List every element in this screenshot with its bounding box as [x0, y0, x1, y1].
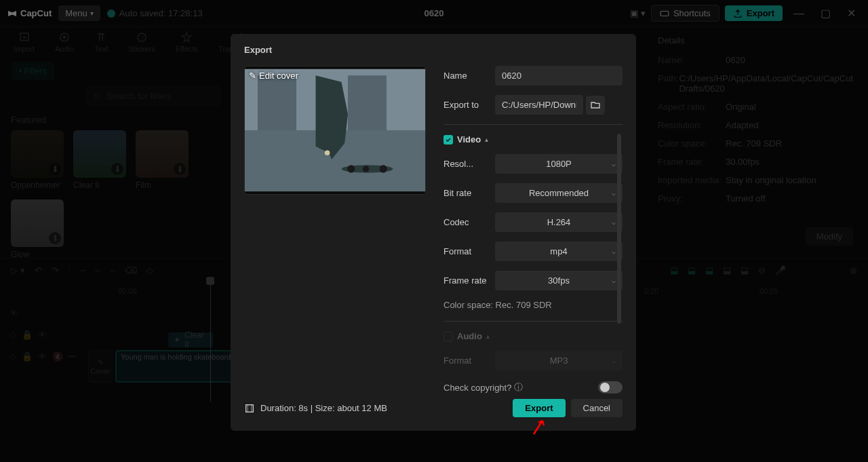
svg-rect-23	[246, 404, 254, 412]
copyright-toggle[interactable]	[598, 381, 623, 393]
bitrate-select[interactable]: Recommended⌵	[495, 183, 623, 203]
video-section-label: Video	[457, 134, 481, 145]
svg-rect-16	[258, 75, 296, 130]
info-icon[interactable]: ⓘ	[514, 381, 523, 393]
export-form: Name Export to Video ▴ Resol...1080P⌵ Bi…	[443, 66, 623, 393]
checkbox-off-icon	[443, 332, 453, 341]
format-value: mp4	[550, 246, 567, 256]
scrollbar[interactable]	[617, 134, 621, 324]
browse-folder-button[interactable]	[586, 96, 605, 115]
separator	[443, 321, 623, 322]
modal-title: Export	[244, 45, 623, 55]
copyright-label: Check copyright?	[443, 383, 511, 393]
folder-icon	[590, 100, 601, 111]
framerate-value: 30fps	[548, 275, 570, 286]
modal-footer: Duration: 8s | Size: about 12 MB Export …	[244, 399, 623, 417]
chevron-up-icon: ▴	[485, 136, 488, 143]
framerate-label: Frame rate	[443, 275, 495, 286]
name-label: Name	[443, 71, 495, 81]
export-button[interactable]: Export	[513, 399, 565, 417]
svg-point-22	[363, 166, 370, 172]
duration-text: Duration: 8s | Size: about 12 MB	[260, 403, 387, 413]
audio-format-select: MP3⌵	[495, 351, 623, 370]
chevron-down-icon: ⌵	[612, 189, 616, 197]
annotation-arrow	[530, 417, 551, 438]
svg-point-21	[380, 165, 387, 172]
resolution-select[interactable]: 1080P⌵	[495, 154, 623, 174]
exportto-input[interactable]	[495, 95, 583, 115]
chevron-down-icon: ⌵	[612, 277, 616, 284]
audio-format-value: MP3	[550, 355, 568, 366]
format-label: Format	[443, 246, 495, 256]
audio-section-label: Audio	[457, 331, 482, 341]
name-input[interactable]	[495, 66, 623, 85]
codec-select[interactable]: H.264⌵	[495, 212, 623, 232]
bitrate-value: Recommended	[529, 188, 589, 198]
resolution-value: 1080P	[546, 159, 572, 169]
chevron-down-icon: ⌵	[612, 248, 616, 255]
export-preview: ✎ Edit cover	[244, 66, 426, 195]
edit-cover-label: Edit cover	[259, 71, 298, 81]
svg-point-18	[325, 150, 330, 155]
chevron-down-icon: ⌵	[612, 160, 616, 168]
chevron-down-icon: ⌵	[612, 218, 616, 226]
codec-value: H.264	[547, 217, 571, 227]
exportto-label: Export to	[443, 100, 495, 110]
codec-label: Codec	[443, 217, 495, 227]
bitrate-label: Bit rate	[443, 188, 495, 198]
footer-buttons: Export Cancel	[513, 399, 623, 417]
audio-format-label: Format	[443, 355, 495, 366]
cancel-button[interactable]: Cancel	[571, 399, 623, 417]
resolution-label: Resol...	[443, 159, 495, 169]
colorspace-text: Color space: Rec. 709 SDR	[443, 300, 623, 310]
preview-image	[245, 66, 425, 194]
video-section-toggle[interactable]: Video ▴	[443, 134, 623, 145]
chevron-up-icon: ▴	[486, 332, 490, 340]
separator	[443, 124, 623, 125]
export-modal: Export ✎ Edit cover Name	[231, 34, 636, 431]
audio-section-toggle[interactable]: Audio ▴	[443, 331, 623, 341]
film-icon	[244, 403, 255, 414]
duration-info: Duration: 8s | Size: about 12 MB	[244, 403, 387, 414]
format-select[interactable]: mp4⌵	[495, 242, 623, 261]
pencil-icon: ✎	[249, 71, 256, 81]
chevron-down-icon: ⌵	[612, 357, 616, 364]
edit-cover-button[interactable]: ✎ Edit cover	[249, 71, 298, 81]
svg-rect-17	[348, 75, 387, 130]
checkbox-on-icon	[443, 135, 453, 145]
framerate-select[interactable]: 30fps⌵	[495, 271, 623, 290]
svg-point-20	[347, 165, 355, 172]
